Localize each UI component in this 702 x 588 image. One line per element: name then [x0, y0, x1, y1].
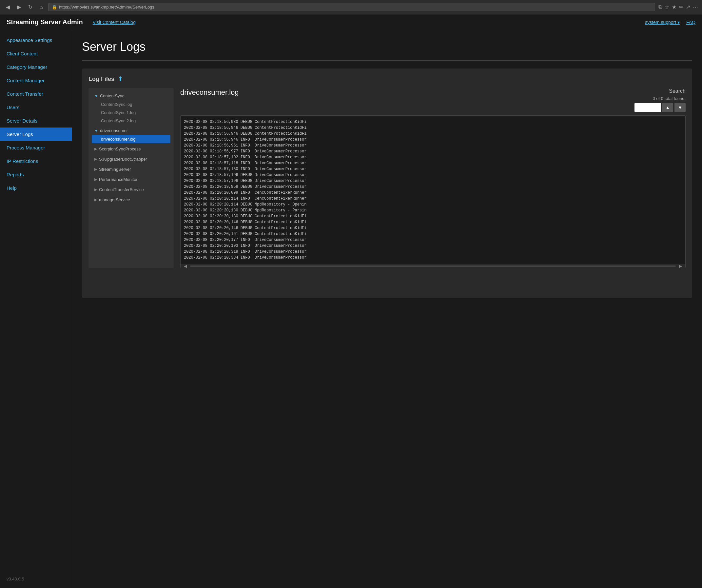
tree-arrow-scorpion-sync: ▶ [94, 147, 97, 151]
scrollbar-track [190, 265, 676, 267]
page-divider [82, 60, 692, 61]
tree-item-content-transfer-service[interactable]: ▶ContentTransferService [92, 185, 170, 194]
tree-label-content-transfer-service: ContentTransferService [99, 187, 144, 192]
sidebar-item-users[interactable]: Users [0, 101, 72, 114]
search-label: Search [669, 88, 686, 94]
tree-child-ContentSync-2-log[interactable]: ContentSync.2.log [92, 117, 170, 125]
back-button[interactable]: ◀ [4, 3, 12, 11]
tree-item-streaming-server[interactable]: ▶StreamingServer [92, 165, 170, 174]
tree-label-content-sync: ContentSync [100, 93, 124, 98]
tree-label-performance-monitor: PerformanceMonitor [99, 177, 138, 182]
faq-link[interactable]: FAQ [686, 20, 695, 25]
tree-arrow-performance-monitor: ▶ [94, 177, 97, 182]
app-title: Streaming Server Admin [7, 18, 83, 26]
share-icon[interactable]: ↗ [686, 4, 690, 10]
header-right: system.support ▾ FAQ [645, 20, 695, 25]
sidebar-item-content-manager[interactable]: Content Manager [0, 74, 72, 87]
tree-child-ContentSync-1-log[interactable]: ContentSync.1.log [92, 109, 170, 117]
lock-icon: 🔒 [52, 5, 57, 9]
reload-button[interactable]: ↻ [26, 3, 34, 11]
tree-group-content-transfer-service: ▶ContentTransferService [92, 185, 170, 194]
tree-group-performance-monitor: ▶PerformanceMonitor [92, 175, 170, 184]
tree-group-streaming-server: ▶StreamingServer [92, 165, 170, 174]
sidebar-nav: Appearance SettingsClient ContentCategor… [0, 33, 72, 573]
file-tree: ▼ContentSyncContentSync.logContentSync.1… [89, 88, 174, 268]
tree-item-performance-monitor[interactable]: ▶PerformanceMonitor [92, 175, 170, 184]
tree-item-driveconsumer[interactable]: ▼driveconsumer [92, 126, 170, 135]
browser-actions: ⧉ ☆ ★ ✏ ↗ ⋯ [659, 4, 698, 10]
user-link[interactable]: system.support ▾ [645, 20, 680, 25]
search-input[interactable] [634, 103, 661, 112]
logs-header: Log Files ⬆ [89, 75, 686, 83]
tree-arrow-s3-upgrader: ▶ [94, 157, 97, 161]
search-panel: Search 0 of 0 total found. ▲ ▼ [634, 88, 686, 112]
visit-catalog-link[interactable]: Visit Content Catalog [93, 20, 136, 25]
bookmarks-icon[interactable]: ★ [672, 4, 677, 10]
scroll-left-arrow[interactable]: ◀ [182, 263, 189, 268]
log-viewer-header: driveconsumer.log Search 0 of 0 total fo… [180, 88, 686, 112]
search-status: 0 of 0 total found. [653, 96, 686, 101]
logs-panel: Log Files ⬆ ▼ContentSyncContentSync.logC… [82, 69, 692, 298]
tree-label-streaming-server: StreamingServer [99, 167, 131, 172]
sidebar-item-reports[interactable]: Reports [0, 168, 72, 181]
tree-item-content-sync[interactable]: ▼ContentSync [92, 92, 170, 100]
tree-label-scorpion-sync: ScorpionSyncProcess [99, 146, 141, 151]
tree-group-manager-service: ▶managerService [92, 195, 170, 204]
tree-group-content-sync: ▼ContentSyncContentSync.logContentSync.1… [92, 92, 170, 125]
sidebar-item-ip-restrictions[interactable]: IP Restrictions [0, 154, 72, 168]
forward-button[interactable]: ▶ [15, 3, 23, 11]
search-up-button[interactable]: ▲ [662, 103, 673, 112]
tree-arrow-content-sync: ▼ [94, 94, 98, 98]
sidebar-item-process-manager[interactable]: Process Manager [0, 141, 72, 154]
tree-arrow-streaming-server: ▶ [94, 167, 97, 171]
log-viewer-container: driveconsumer.log Search 0 of 0 total fo… [180, 88, 686, 268]
tree-arrow-manager-service: ▶ [94, 198, 97, 202]
home-button[interactable]: ⌂ [38, 3, 45, 11]
main-layout: Appearance SettingsClient ContentCategor… [0, 30, 702, 588]
tree-arrow-content-transfer-service: ▶ [94, 188, 97, 192]
bookmark-icon[interactable]: ☆ [665, 4, 669, 10]
tree-group-s3-upgrader: ▶S3UpgraderBootStrapper [92, 155, 170, 163]
sidebar-version: v3.43.0.5 [0, 573, 72, 585]
scroll-right-arrow[interactable]: ▶ [677, 263, 684, 268]
sidebar-item-help[interactable]: Help [0, 181, 72, 195]
log-content[interactable]: 2020-02-08 02:18:56,930 DEBUG ContentPro… [181, 116, 685, 264]
log-content-wrapper: 2020-02-08 02:18:56,930 DEBUG ContentPro… [180, 115, 686, 268]
logs-header-title: Log Files [89, 76, 114, 83]
tab-icon[interactable]: ⧉ [659, 4, 662, 10]
log-filename: driveconsumer.log [180, 88, 239, 97]
page-title: Server Logs [82, 40, 692, 54]
tree-child-ContentSync-log[interactable]: ContentSync.log [92, 100, 170, 109]
app-header: Streaming Server Admin Visit Content Cat… [0, 14, 702, 30]
upload-icon[interactable]: ⬆ [118, 75, 123, 83]
pen-icon[interactable]: ✏ [679, 4, 683, 10]
tree-child-driveconsumer-log[interactable]: driveconsumer.log [92, 135, 170, 143]
sidebar-item-category-manager[interactable]: Category Manager [0, 60, 72, 74]
tree-item-scorpion-sync[interactable]: ▶ScorpionSyncProcess [92, 144, 170, 153]
sidebar: Appearance SettingsClient ContentCategor… [0, 30, 72, 588]
search-down-button[interactable]: ▼ [675, 103, 686, 112]
sidebar-item-server-details[interactable]: Server Details [0, 114, 72, 127]
logs-body: ▼ContentSyncContentSync.logContentSync.1… [89, 88, 686, 268]
tree-label-s3-upgrader: S3UpgraderBootStrapper [99, 157, 147, 161]
search-controls: ▲ ▼ [634, 103, 686, 112]
tree-arrow-driveconsumer: ▼ [94, 129, 98, 133]
tree-group-driveconsumer: ▼driveconsumerdriveconsumer.log [92, 126, 170, 143]
url-text: https://vvmovies.swankmp.net/Admin#/Serv… [59, 5, 154, 9]
main-content: Server Logs Log Files ⬆ ▼ContentSyncCont… [72, 30, 702, 588]
sidebar-item-server-logs[interactable]: Server Logs [0, 127, 72, 141]
sidebar-item-content-transfer[interactable]: Content Transfer [0, 87, 72, 101]
sidebar-item-client-content[interactable]: Client Content [0, 47, 72, 60]
address-bar[interactable]: 🔒 https://vvmovies.swankmp.net/Admin#/Se… [48, 3, 655, 11]
log-scrollbar[interactable]: ◀ ▶ [181, 264, 685, 268]
tree-item-s3-upgrader[interactable]: ▶S3UpgraderBootStrapper [92, 155, 170, 163]
tree-label-manager-service: managerService [99, 197, 130, 202]
menu-icon[interactable]: ⋯ [693, 4, 698, 10]
tree-label-driveconsumer: driveconsumer [100, 128, 128, 133]
browser-chrome: ◀ ▶ ↻ ⌂ 🔒 https://vvmovies.swankmp.net/A… [0, 0, 702, 14]
tree-item-manager-service[interactable]: ▶managerService [92, 195, 170, 204]
sidebar-item-appearance-settings[interactable]: Appearance Settings [0, 33, 72, 47]
tree-group-scorpion-sync: ▶ScorpionSyncProcess [92, 144, 170, 153]
